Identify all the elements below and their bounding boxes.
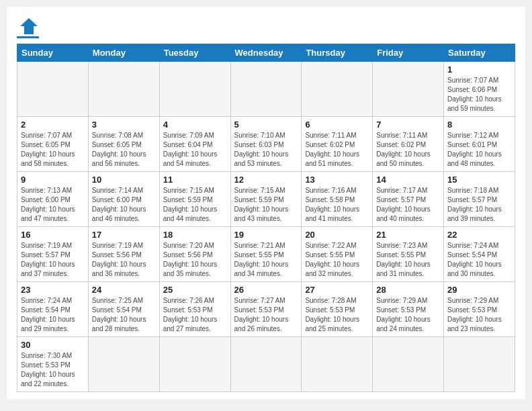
calendar-cell: 24Sunrise: 7:25 AM Sunset: 5:54 PM Dayli… xyxy=(88,282,159,337)
logo xyxy=(17,17,39,38)
logo-icon xyxy=(19,17,39,36)
day-info: Sunrise: 7:07 AM Sunset: 6:05 PM Dayligh… xyxy=(21,131,85,169)
day-number: 1 xyxy=(447,64,511,75)
day-info: Sunrise: 7:26 AM Sunset: 5:53 PM Dayligh… xyxy=(163,296,227,334)
day-number: 6 xyxy=(305,120,369,130)
day-number: 13 xyxy=(305,175,369,185)
calendar-cell xyxy=(302,337,373,392)
day-info: Sunrise: 7:11 AM Sunset: 6:02 PM Dayligh… xyxy=(305,131,369,169)
day-info: Sunrise: 7:19 AM Sunset: 5:56 PM Dayligh… xyxy=(92,241,156,279)
calendar-cell: 4Sunrise: 7:09 AM Sunset: 6:04 PM Daylig… xyxy=(159,117,230,172)
calendar-cell xyxy=(230,62,302,117)
calendar-cell: 16Sunrise: 7:19 AM Sunset: 5:57 PM Dayli… xyxy=(17,227,89,282)
day-number: 30 xyxy=(21,340,85,350)
logo-underline xyxy=(17,36,39,38)
calendar-cell: 10Sunrise: 7:14 AM Sunset: 6:00 PM Dayli… xyxy=(88,172,159,227)
day-number: 3 xyxy=(92,120,156,130)
day-info: Sunrise: 7:24 AM Sunset: 5:54 PM Dayligh… xyxy=(447,241,511,279)
day-info: Sunrise: 7:09 AM Sunset: 6:04 PM Dayligh… xyxy=(163,131,227,169)
day-number: 17 xyxy=(92,230,156,240)
calendar-cell: 3Sunrise: 7:08 AM Sunset: 6:05 PM Daylig… xyxy=(88,117,159,172)
day-number: 19 xyxy=(234,230,298,240)
day-number: 18 xyxy=(163,230,227,240)
calendar-week-4: 16Sunrise: 7:19 AM Sunset: 5:57 PM Dayli… xyxy=(17,227,515,282)
day-info: Sunrise: 7:17 AM Sunset: 5:57 PM Dayligh… xyxy=(376,186,440,224)
day-number: 21 xyxy=(376,230,440,240)
day-info: Sunrise: 7:28 AM Sunset: 5:53 PM Dayligh… xyxy=(305,296,369,334)
day-info: Sunrise: 7:18 AM Sunset: 5:57 PM Dayligh… xyxy=(447,186,511,224)
day-info: Sunrise: 7:13 AM Sunset: 6:00 PM Dayligh… xyxy=(21,186,85,224)
weekday-header-tuesday: Tuesday xyxy=(159,44,230,62)
day-info: Sunrise: 7:24 AM Sunset: 5:54 PM Dayligh… xyxy=(21,296,85,334)
calendar-cell: 22Sunrise: 7:24 AM Sunset: 5:54 PM Dayli… xyxy=(444,227,515,282)
day-info: Sunrise: 7:15 AM Sunset: 5:59 PM Dayligh… xyxy=(234,186,298,224)
day-info: Sunrise: 7:30 AM Sunset: 5:53 PM Dayligh… xyxy=(21,351,85,389)
day-number: 16 xyxy=(21,230,85,240)
calendar-cell: 28Sunrise: 7:29 AM Sunset: 5:53 PM Dayli… xyxy=(373,282,444,337)
calendar-cell: 17Sunrise: 7:19 AM Sunset: 5:56 PM Dayli… xyxy=(88,227,159,282)
calendar-cell xyxy=(302,62,373,117)
calendar-cell xyxy=(230,337,302,392)
calendar-cell: 2Sunrise: 7:07 AM Sunset: 6:05 PM Daylig… xyxy=(17,117,89,172)
header xyxy=(17,13,515,38)
day-number: 27 xyxy=(305,285,369,295)
day-number: 4 xyxy=(163,120,227,130)
calendar-cell xyxy=(444,337,515,392)
day-info: Sunrise: 7:11 AM Sunset: 6:02 PM Dayligh… xyxy=(376,131,440,169)
calendar-cell xyxy=(373,62,444,117)
day-info: Sunrise: 7:08 AM Sunset: 6:05 PM Dayligh… xyxy=(92,131,156,169)
day-number: 2 xyxy=(21,120,85,130)
day-number: 10 xyxy=(92,175,156,185)
calendar-table: SundayMondayTuesdayWednesdayThursdayFrid… xyxy=(17,44,515,392)
day-number: 14 xyxy=(376,175,440,185)
day-info: Sunrise: 7:29 AM Sunset: 5:53 PM Dayligh… xyxy=(376,296,440,334)
day-info: Sunrise: 7:29 AM Sunset: 5:53 PM Dayligh… xyxy=(447,296,511,334)
day-info: Sunrise: 7:16 AM Sunset: 5:58 PM Dayligh… xyxy=(305,186,369,224)
calendar-cell: 15Sunrise: 7:18 AM Sunset: 5:57 PM Dayli… xyxy=(444,172,515,227)
calendar-cell xyxy=(373,337,444,392)
day-number: 9 xyxy=(21,175,85,185)
day-number: 15 xyxy=(447,175,511,185)
day-info: Sunrise: 7:12 AM Sunset: 6:01 PM Dayligh… xyxy=(447,131,511,169)
day-number: 7 xyxy=(376,120,440,130)
weekday-header-wednesday: Wednesday xyxy=(230,44,302,62)
calendar-cell: 27Sunrise: 7:28 AM Sunset: 5:53 PM Dayli… xyxy=(302,282,373,337)
calendar-cell: 7Sunrise: 7:11 AM Sunset: 6:02 PM Daylig… xyxy=(373,117,444,172)
day-info: Sunrise: 7:22 AM Sunset: 5:55 PM Dayligh… xyxy=(305,241,369,279)
day-info: Sunrise: 7:15 AM Sunset: 5:59 PM Dayligh… xyxy=(163,186,227,224)
day-number: 12 xyxy=(234,175,298,185)
calendar-cell: 18Sunrise: 7:20 AM Sunset: 5:56 PM Dayli… xyxy=(159,227,230,282)
weekday-header-friday: Friday xyxy=(373,44,444,62)
calendar-cell: 5Sunrise: 7:10 AM Sunset: 6:03 PM Daylig… xyxy=(230,117,302,172)
day-number: 5 xyxy=(234,120,298,130)
calendar-cell: 20Sunrise: 7:22 AM Sunset: 5:55 PM Dayli… xyxy=(302,227,373,282)
calendar-cell: 30Sunrise: 7:30 AM Sunset: 5:53 PM Dayli… xyxy=(17,337,89,392)
calendar-cell xyxy=(17,62,89,117)
day-number: 24 xyxy=(92,285,156,295)
calendar-week-6: 30Sunrise: 7:30 AM Sunset: 5:53 PM Dayli… xyxy=(17,337,515,392)
day-number: 11 xyxy=(163,175,227,185)
calendar-week-5: 23Sunrise: 7:24 AM Sunset: 5:54 PM Dayli… xyxy=(17,282,515,337)
day-number: 28 xyxy=(376,285,440,295)
calendar-week-3: 9Sunrise: 7:13 AM Sunset: 6:00 PM Daylig… xyxy=(17,172,515,227)
day-info: Sunrise: 7:25 AM Sunset: 5:54 PM Dayligh… xyxy=(92,296,156,334)
calendar-cell xyxy=(159,337,230,392)
calendar-cell: 13Sunrise: 7:16 AM Sunset: 5:58 PM Dayli… xyxy=(302,172,373,227)
calendar-cell xyxy=(88,337,159,392)
day-number: 26 xyxy=(234,285,298,295)
calendar-cell: 14Sunrise: 7:17 AM Sunset: 5:57 PM Dayli… xyxy=(373,172,444,227)
day-info: Sunrise: 7:19 AM Sunset: 5:57 PM Dayligh… xyxy=(21,241,85,279)
calendar-cell: 9Sunrise: 7:13 AM Sunset: 6:00 PM Daylig… xyxy=(17,172,89,227)
day-info: Sunrise: 7:20 AM Sunset: 5:56 PM Dayligh… xyxy=(163,241,227,279)
calendar-cell: 26Sunrise: 7:27 AM Sunset: 5:53 PM Dayli… xyxy=(230,282,302,337)
day-info: Sunrise: 7:14 AM Sunset: 6:00 PM Dayligh… xyxy=(92,186,156,224)
day-number: 22 xyxy=(447,230,511,240)
weekday-header-sunday: Sunday xyxy=(17,44,89,62)
calendar-cell: 29Sunrise: 7:29 AM Sunset: 5:53 PM Dayli… xyxy=(444,282,515,337)
weekday-header-row: SundayMondayTuesdayWednesdayThursdayFrid… xyxy=(17,44,515,62)
calendar-cell: 1Sunrise: 7:07 AM Sunset: 6:06 PM Daylig… xyxy=(444,62,515,117)
day-info: Sunrise: 7:07 AM Sunset: 6:06 PM Dayligh… xyxy=(447,76,511,113)
day-number: 20 xyxy=(305,230,369,240)
calendar-cell xyxy=(88,62,159,117)
day-number: 25 xyxy=(163,285,227,295)
